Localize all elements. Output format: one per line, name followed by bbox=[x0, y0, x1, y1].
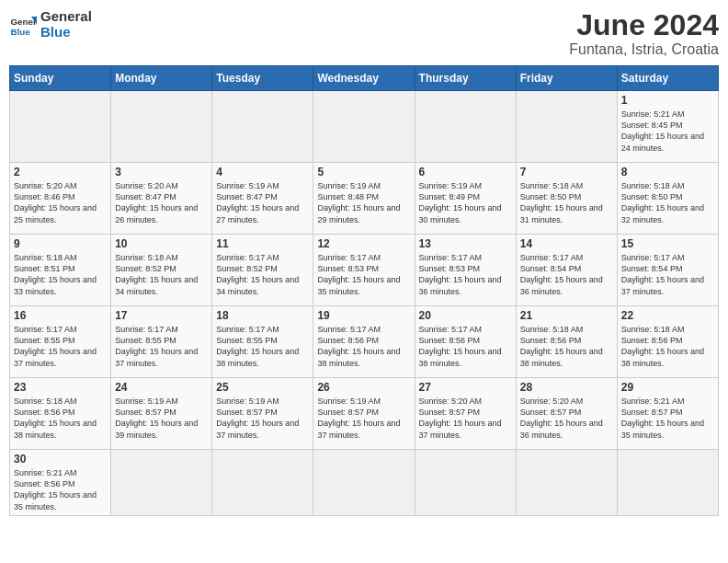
day-number: 6 bbox=[419, 166, 512, 178]
day-number: 22 bbox=[621, 309, 714, 322]
day-info: Sunrise: 5:17 AM Sunset: 8:55 PM Dayligh… bbox=[115, 324, 208, 369]
table-row bbox=[415, 450, 516, 516]
table-row: 27Sunrise: 5:20 AM Sunset: 8:57 PM Dayli… bbox=[415, 378, 516, 450]
day-info: Sunrise: 5:21 AM Sunset: 8:57 PM Dayligh… bbox=[621, 396, 714, 441]
header: General Blue General Blue June 2024 Funt… bbox=[9, 9, 719, 58]
day-info: Sunrise: 5:19 AM Sunset: 8:57 PM Dayligh… bbox=[317, 396, 410, 441]
title-area: June 2024 Funtana, Istria, Croatia bbox=[569, 9, 719, 58]
table-row: 11Sunrise: 5:17 AM Sunset: 8:52 PM Dayli… bbox=[212, 235, 313, 306]
table-row: 20Sunrise: 5:17 AM Sunset: 8:56 PM Dayli… bbox=[415, 306, 516, 378]
table-row: 28Sunrise: 5:20 AM Sunset: 8:57 PM Dayli… bbox=[516, 378, 617, 450]
table-row: 26Sunrise: 5:19 AM Sunset: 8:57 PM Dayli… bbox=[313, 378, 415, 450]
calendar-subtitle: Funtana, Istria, Croatia bbox=[569, 41, 719, 58]
day-number: 4 bbox=[216, 166, 309, 178]
table-row bbox=[111, 450, 212, 516]
table-row: 16Sunrise: 5:17 AM Sunset: 8:55 PM Dayli… bbox=[10, 306, 111, 378]
day-info: Sunrise: 5:17 AM Sunset: 8:55 PM Dayligh… bbox=[216, 324, 309, 369]
logo-general-text: General bbox=[40, 9, 92, 25]
day-number: 28 bbox=[520, 381, 613, 394]
day-number: 21 bbox=[520, 309, 613, 322]
table-row: 17Sunrise: 5:17 AM Sunset: 8:55 PM Dayli… bbox=[111, 306, 212, 378]
table-row: 5Sunrise: 5:19 AM Sunset: 8:48 PM Daylig… bbox=[313, 163, 415, 235]
table-row bbox=[415, 91, 516, 163]
table-row: 25Sunrise: 5:19 AM Sunset: 8:57 PM Dayli… bbox=[212, 378, 313, 450]
day-number: 29 bbox=[621, 381, 714, 394]
calendar-title: June 2024 bbox=[569, 9, 719, 41]
col-monday: Monday bbox=[111, 66, 212, 91]
table-row: 7Sunrise: 5:18 AM Sunset: 8:50 PM Daylig… bbox=[516, 163, 617, 235]
day-number: 8 bbox=[621, 166, 714, 178]
day-info: Sunrise: 5:17 AM Sunset: 8:56 PM Dayligh… bbox=[317, 324, 410, 369]
day-number: 20 bbox=[419, 309, 512, 322]
day-number: 11 bbox=[216, 237, 309, 250]
table-row bbox=[516, 91, 617, 163]
table-row: 1Sunrise: 5:21 AM Sunset: 8:45 PM Daylig… bbox=[617, 91, 718, 163]
day-number: 27 bbox=[419, 381, 512, 394]
table-row bbox=[10, 91, 111, 163]
table-row: 14Sunrise: 5:17 AM Sunset: 8:54 PM Dayli… bbox=[516, 235, 617, 306]
day-info: Sunrise: 5:17 AM Sunset: 8:56 PM Dayligh… bbox=[419, 324, 512, 369]
table-row bbox=[617, 450, 718, 516]
col-thursday: Thursday bbox=[415, 66, 516, 91]
day-number: 12 bbox=[317, 237, 410, 250]
table-row bbox=[313, 450, 415, 516]
day-info: Sunrise: 5:17 AM Sunset: 8:53 PM Dayligh… bbox=[419, 252, 512, 297]
day-info: Sunrise: 5:18 AM Sunset: 8:56 PM Dayligh… bbox=[14, 396, 107, 441]
day-number: 25 bbox=[216, 381, 309, 394]
calendar-header-row: Sunday Monday Tuesday Wednesday Thursday… bbox=[10, 66, 719, 91]
day-number: 9 bbox=[14, 237, 107, 250]
day-number: 16 bbox=[14, 309, 107, 322]
day-number: 7 bbox=[520, 166, 613, 178]
table-row: 30Sunrise: 5:21 AM Sunset: 8:56 PM Dayli… bbox=[10, 450, 111, 516]
table-row: 18Sunrise: 5:17 AM Sunset: 8:55 PM Dayli… bbox=[212, 306, 313, 378]
day-number: 26 bbox=[317, 381, 410, 394]
table-row: 10Sunrise: 5:18 AM Sunset: 8:52 PM Dayli… bbox=[111, 235, 212, 306]
table-row bbox=[313, 91, 415, 163]
logo: General Blue General Blue bbox=[9, 9, 92, 40]
day-info: Sunrise: 5:17 AM Sunset: 8:54 PM Dayligh… bbox=[520, 252, 613, 297]
col-friday: Friday bbox=[516, 66, 617, 91]
day-info: Sunrise: 5:19 AM Sunset: 8:49 PM Dayligh… bbox=[419, 180, 512, 225]
day-info: Sunrise: 5:19 AM Sunset: 8:48 PM Dayligh… bbox=[317, 180, 410, 225]
col-sunday: Sunday bbox=[10, 66, 111, 91]
day-info: Sunrise: 5:17 AM Sunset: 8:54 PM Dayligh… bbox=[621, 252, 714, 297]
table-row: 3Sunrise: 5:20 AM Sunset: 8:47 PM Daylig… bbox=[111, 163, 212, 235]
table-row: 6Sunrise: 5:19 AM Sunset: 8:49 PM Daylig… bbox=[415, 163, 516, 235]
logo-icon: General Blue bbox=[9, 11, 37, 39]
col-tuesday: Tuesday bbox=[212, 66, 313, 91]
day-info: Sunrise: 5:21 AM Sunset: 8:45 PM Dayligh… bbox=[621, 109, 714, 154]
day-info: Sunrise: 5:19 AM Sunset: 8:47 PM Dayligh… bbox=[216, 180, 309, 225]
table-row: 24Sunrise: 5:19 AM Sunset: 8:57 PM Dayli… bbox=[111, 378, 212, 450]
day-info: Sunrise: 5:19 AM Sunset: 8:57 PM Dayligh… bbox=[216, 396, 309, 441]
day-info: Sunrise: 5:20 AM Sunset: 8:57 PM Dayligh… bbox=[419, 396, 512, 441]
table-row bbox=[516, 450, 617, 516]
day-info: Sunrise: 5:19 AM Sunset: 8:57 PM Dayligh… bbox=[115, 396, 208, 441]
table-row bbox=[111, 91, 212, 163]
table-row: 13Sunrise: 5:17 AM Sunset: 8:53 PM Dayli… bbox=[415, 235, 516, 306]
day-info: Sunrise: 5:18 AM Sunset: 8:51 PM Dayligh… bbox=[14, 252, 107, 297]
table-row: 8Sunrise: 5:18 AM Sunset: 8:50 PM Daylig… bbox=[617, 163, 718, 235]
day-info: Sunrise: 5:17 AM Sunset: 8:53 PM Dayligh… bbox=[317, 252, 410, 297]
calendar-table: Sunday Monday Tuesday Wednesday Thursday… bbox=[9, 65, 719, 516]
day-info: Sunrise: 5:18 AM Sunset: 8:50 PM Dayligh… bbox=[520, 180, 613, 225]
table-row: 9Sunrise: 5:18 AM Sunset: 8:51 PM Daylig… bbox=[10, 235, 111, 306]
day-number: 18 bbox=[216, 309, 309, 322]
svg-text:Blue: Blue bbox=[11, 26, 31, 36]
day-number: 1 bbox=[621, 94, 714, 107]
day-number: 2 bbox=[14, 166, 107, 178]
table-row bbox=[212, 450, 313, 516]
day-number: 23 bbox=[14, 381, 107, 394]
table-row: 4Sunrise: 5:19 AM Sunset: 8:47 PM Daylig… bbox=[212, 163, 313, 235]
day-info: Sunrise: 5:20 AM Sunset: 8:57 PM Dayligh… bbox=[520, 396, 613, 441]
table-row: 15Sunrise: 5:17 AM Sunset: 8:54 PM Dayli… bbox=[617, 235, 718, 306]
table-row: 23Sunrise: 5:18 AM Sunset: 8:56 PM Dayli… bbox=[10, 378, 111, 450]
table-row: 29Sunrise: 5:21 AM Sunset: 8:57 PM Dayli… bbox=[617, 378, 718, 450]
logo-blue-text: Blue bbox=[40, 25, 92, 40]
day-number: 30 bbox=[14, 453, 107, 465]
day-number: 5 bbox=[317, 166, 410, 178]
day-number: 17 bbox=[115, 309, 208, 322]
table-row: 12Sunrise: 5:17 AM Sunset: 8:53 PM Dayli… bbox=[313, 235, 415, 306]
table-row: 19Sunrise: 5:17 AM Sunset: 8:56 PM Dayli… bbox=[313, 306, 415, 378]
day-info: Sunrise: 5:18 AM Sunset: 8:56 PM Dayligh… bbox=[621, 324, 714, 369]
day-number: 10 bbox=[115, 237, 208, 250]
